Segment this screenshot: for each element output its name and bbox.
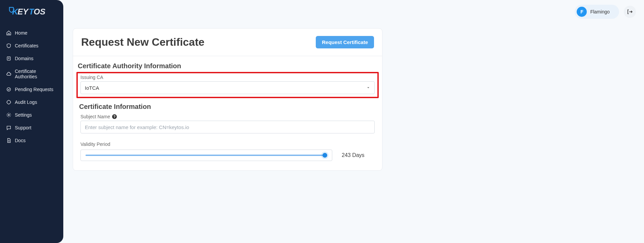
card-body: Certificate Authority Information Issuin… xyxy=(73,56,382,170)
logout-button[interactable] xyxy=(624,6,636,18)
validity-slider-fill xyxy=(86,155,325,156)
svg-text:EY: EY xyxy=(18,7,29,16)
avatar: F xyxy=(577,7,587,17)
subject-name-input[interactable] xyxy=(80,121,375,133)
sidebar-item-home[interactable]: Home xyxy=(1,27,62,39)
subject-name-label-text: Subject Name xyxy=(80,114,110,119)
validity-value-text: 243 Days xyxy=(342,152,372,158)
request-certificate-button[interactable]: Request Certificate xyxy=(316,36,374,48)
topbar: F Flamingo xyxy=(63,0,644,24)
shield-icon xyxy=(6,43,11,48)
sidebar-item-pending-requests[interactable]: Pending Requests xyxy=(1,83,62,95)
main: F Flamingo Request New Certificate Reque… xyxy=(63,0,644,243)
page-title: Request New Certificate xyxy=(81,36,204,48)
chevron-down-icon xyxy=(366,86,370,90)
brand-logo: K EY T OS xyxy=(0,6,63,25)
svg-text:OS: OS xyxy=(34,7,45,16)
subject-name-label: Subject Name ? xyxy=(80,114,375,119)
home-icon xyxy=(6,30,11,36)
sidebar-item-label: Audit Logs xyxy=(15,99,37,105)
sidebar: K EY T OS Home Certificates Domains Cert… xyxy=(0,0,63,243)
sidebar-item-label: Certificates xyxy=(15,43,38,48)
issuing-ca-value: IoTCA xyxy=(85,85,99,91)
sidebar-item-label: Certificate Authorities xyxy=(15,69,57,79)
sidebar-item-label: Settings xyxy=(15,112,32,118)
svg-rect-5 xyxy=(8,57,9,58)
sidebar-item-certificate-authorities[interactable]: Certificate Authorities xyxy=(1,65,62,83)
card-header: Request New Certificate Request Certific… xyxy=(73,29,382,56)
sidebar-item-label: Home xyxy=(15,30,27,36)
sidebar-item-support[interactable]: Support xyxy=(1,122,62,134)
svg-rect-6 xyxy=(8,58,9,59)
validity-period-label: Validity Period xyxy=(80,141,375,147)
sidebar-item-label: Pending Requests xyxy=(15,87,53,92)
user-name-label: Flamingo xyxy=(590,9,610,14)
issuing-ca-highlight: Issuing CA IoTCA xyxy=(76,72,379,98)
svg-point-9 xyxy=(8,114,9,116)
domains-icon xyxy=(6,56,11,61)
issuing-ca-select[interactable]: IoTCA xyxy=(80,81,375,94)
validity-row: 243 Days xyxy=(80,150,375,161)
sidebar-nav: Home Certificates Domains Certificate Au… xyxy=(0,25,63,149)
chat-icon xyxy=(6,125,11,130)
user-menu[interactable]: F Flamingo xyxy=(575,5,619,19)
validity-slider-thumb[interactable] xyxy=(323,153,327,158)
section-title-cert-info: Certificate Information xyxy=(78,103,377,111)
svg-point-7 xyxy=(7,88,11,91)
gear-icon xyxy=(6,112,11,118)
sidebar-item-domains[interactable]: Domains xyxy=(1,52,62,65)
logout-icon xyxy=(627,9,633,15)
docs-icon xyxy=(6,138,11,143)
help-icon[interactable]: ? xyxy=(112,114,117,119)
validity-slider[interactable] xyxy=(86,155,327,156)
sidebar-item-label: Support xyxy=(15,125,31,130)
sidebar-item-settings[interactable]: Settings xyxy=(1,109,62,121)
sidebar-item-label: Domains xyxy=(15,56,33,61)
keytos-logo: K EY T OS xyxy=(7,6,55,17)
avatar-initial: F xyxy=(580,9,583,14)
cloud-icon xyxy=(6,71,11,77)
sidebar-item-label: Docs xyxy=(15,138,26,143)
validity-slider-container xyxy=(80,150,332,161)
issuing-ca-label: Issuing CA xyxy=(80,75,375,80)
target-icon xyxy=(6,99,11,105)
sidebar-item-docs[interactable]: Docs xyxy=(1,134,62,147)
section-title-ca-info: Certificate Authority Information xyxy=(76,62,379,70)
content: Request New Certificate Request Certific… xyxy=(63,24,644,175)
sidebar-item-audit-logs[interactable]: Audit Logs xyxy=(1,96,62,108)
check-circle-icon xyxy=(6,87,11,92)
request-certificate-card: Request New Certificate Request Certific… xyxy=(73,28,382,171)
sidebar-item-certificates[interactable]: Certificates xyxy=(1,40,62,52)
svg-point-8 xyxy=(7,100,11,104)
